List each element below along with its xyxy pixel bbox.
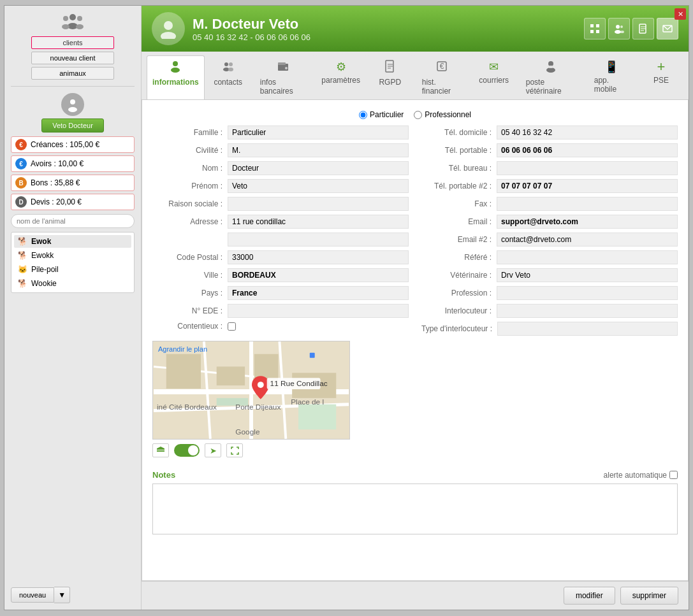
civilite-row: Civilité : M. (152, 143, 409, 157)
svg-point-16 (620, 25, 623, 28)
users-button[interactable] (608, 18, 630, 39)
clients-icon (61, 12, 85, 31)
dog-icon: 🐕 (18, 251, 27, 260)
svg-point-7 (68, 107, 77, 112)
form-right: Tél. domicile : 05 40 16 32 42 Tél. port… (421, 125, 678, 457)
veterinaire-label: Vétérinaire : (421, 271, 492, 280)
nouveau-client-button[interactable]: nouveau client (31, 52, 114, 64)
svg-point-39 (546, 68, 555, 73)
nouveau-arrow-button[interactable]: ▼ (54, 587, 70, 603)
animal-item-ewok[interactable]: 🐕 Ewok (14, 235, 131, 248)
contentieux-checkbox[interactable] (228, 322, 236, 331)
professionnel-option[interactable]: Professionnel (414, 110, 471, 119)
map-layers-button[interactable] (152, 443, 169, 457)
tab-courriers[interactable]: ✉ courriers (472, 55, 516, 99)
animal-item-ewokk[interactable]: 🐕 Ewokk (14, 249, 131, 262)
svg-point-6 (70, 99, 75, 104)
alerte-auto-label: alerte automatique (604, 471, 667, 480)
document-button[interactable] (632, 18, 654, 39)
mail-button[interactable] (657, 18, 678, 39)
particulier-option[interactable]: Particulier (359, 110, 404, 119)
professionnel-label: Professionnel (425, 110, 471, 119)
svg-point-27 (229, 62, 233, 66)
pays-value: France (228, 286, 409, 300)
refere-row: Référé : (421, 250, 678, 264)
clients-button[interactable]: clients (31, 36, 114, 49)
bottom-toolbar: modifier supprimer (142, 581, 689, 610)
tab-rgpd[interactable]: RGPD (368, 55, 412, 99)
map-enlarge-link[interactable]: Agrandir le plan (158, 345, 207, 353)
nouveau-split-button: nouveau ▼ (11, 587, 135, 603)
tel-portable-row: Tél. portable : 06 06 06 06 06 (421, 143, 678, 157)
svg-rect-62 (310, 353, 315, 358)
animaux-button[interactable]: animaux (31, 67, 114, 80)
svg-text:€: € (440, 62, 444, 71)
supprimer-button[interactable]: supprimer (620, 587, 678, 605)
tel-bureau-row: Tél. bureau : (421, 161, 678, 175)
sidebar-navigation: clients nouveau client animaux (11, 12, 135, 80)
content-area: Particulier Professionnel Famille : Part… (142, 100, 689, 581)
famille-value: Particulier (228, 125, 409, 140)
animal-search-input[interactable] (11, 214, 135, 228)
tab-hist-financier[interactable]: € hist. financier (414, 55, 471, 99)
professionnel-radio[interactable] (414, 111, 422, 119)
code-postal-row: Code Postal : 33000 (152, 250, 409, 264)
svg-point-55 (258, 382, 264, 388)
creances-label: Créances : 105,00 € (31, 140, 99, 149)
balance-items: € Créances : 105,00 € € Avoirs : 10,00 €… (11, 136, 135, 210)
devis-item[interactable]: D Devis : 20,00 € (11, 194, 135, 210)
plus-tab-icon: + (657, 60, 666, 74)
form-section: Famille : Particulier Civilité : M. Nom … (152, 125, 678, 457)
avoirs-item[interactable]: € Avoirs : 10,00 € (11, 155, 135, 172)
alerte-auto-checkbox[interactable] (669, 471, 678, 479)
svg-point-9 (161, 32, 176, 39)
creances-item[interactable]: € Créances : 105,00 € (11, 136, 135, 153)
svg-marker-65 (157, 447, 164, 448)
tab-pse[interactable]: + PSE (639, 55, 683, 99)
nouveau-main-button[interactable]: nouveau (11, 587, 54, 603)
user-profile-button[interactable]: Veto Docteur (41, 118, 104, 133)
svg-point-23 (173, 61, 178, 66)
svg-text:11 Rue Condillac: 11 Rue Condillac (270, 379, 328, 388)
tab-contacts[interactable]: contacts (206, 55, 251, 99)
close-button[interactable]: ✕ (675, 8, 686, 20)
modifier-button[interactable]: modifier (564, 587, 615, 605)
adresse-value: 11 rue condillac (228, 215, 409, 229)
nom-value: Docteur (228, 161, 409, 175)
tab-infos-bancaires[interactable]: infos bancaires (252, 55, 314, 99)
mail-tab-icon: ✉ (489, 60, 499, 74)
pays-row: Pays : France (152, 286, 409, 300)
tel-bureau-label: Tél. bureau : (421, 164, 492, 173)
map-toggle[interactable] (174, 444, 200, 457)
tel-portable2-value: 07 07 07 07 07 (497, 179, 678, 193)
famille-label: Famille : (152, 128, 222, 137)
n-ede-value (228, 304, 409, 318)
tab-app-mobile[interactable]: 📱 app. mobile (586, 55, 638, 99)
client-phone: 05 40 16 32 42 - 06 06 06 06 06 (193, 32, 576, 42)
adresse-label: Adresse : (152, 217, 222, 226)
animal-item-pilepoil[interactable]: 🐱 Pile-poil (14, 263, 131, 276)
map-direction-button[interactable]: ➤ (205, 443, 221, 457)
svg-point-3 (62, 24, 69, 29)
svg-text:Google: Google (235, 427, 260, 436)
adresse-extra-row (152, 233, 409, 247)
sidebar: clients nouveau client animaux Veto Doct… (4, 6, 142, 610)
sidebar-icon-group (61, 12, 85, 31)
veterinaire-row: Vétérinaire : Drv Veto (421, 268, 678, 282)
bons-item[interactable]: B Bons : 35,88 € (11, 175, 135, 191)
particulier-radio[interactable] (359, 111, 367, 119)
tab-pse-label: PSE (653, 76, 669, 85)
animal-item-wookie[interactable]: 🐕 Wookie (14, 277, 131, 290)
profession-label: Profession : (421, 289, 492, 297)
notes-textarea[interactable] (152, 483, 678, 534)
tab-parametres[interactable]: ⚙ paramètres (316, 55, 367, 99)
svg-point-14 (616, 25, 620, 29)
ville-value: BORDEAUX (228, 268, 409, 282)
tel-domicile-value: 05 40 16 32 42 (497, 125, 678, 140)
tab-informations[interactable]: informations (147, 55, 205, 99)
svg-rect-48 (217, 366, 245, 385)
tab-poste-veterinaire[interactable]: poste vétérinaire (518, 55, 585, 99)
map-fullscreen-button[interactable] (226, 443, 243, 457)
fax-label: Fax : (421, 199, 492, 208)
grid-button[interactable] (584, 18, 606, 39)
